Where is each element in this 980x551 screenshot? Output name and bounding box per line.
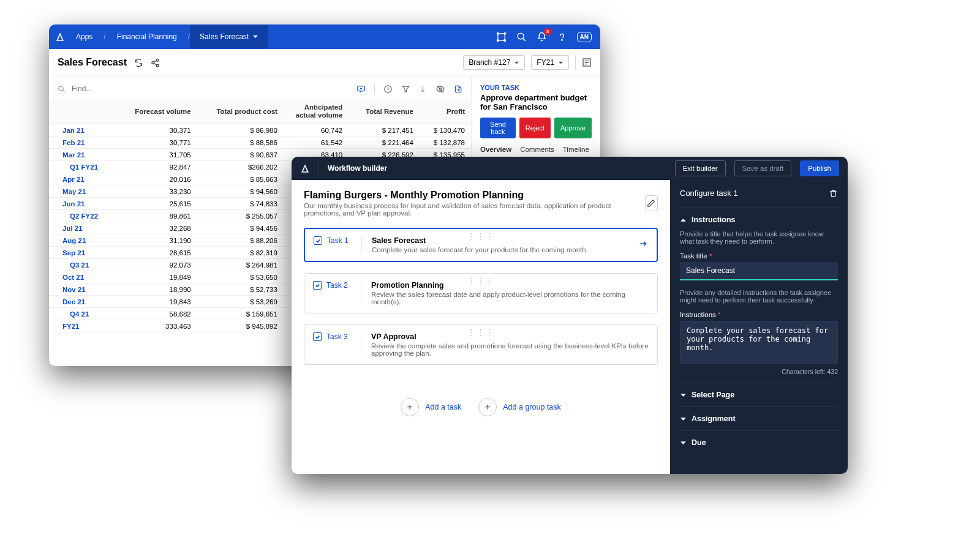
branch-dropdown[interactable]: Branch #127 [463, 55, 525, 70]
cell[interactable]: $ 53,650 [197, 271, 284, 283]
delete-task-button[interactable] [829, 189, 838, 198]
cell[interactable]: $266,202 [197, 161, 284, 173]
row-period[interactable]: Feb 21 [49, 137, 116, 149]
section-assignment-toggle[interactable]: Assignment [680, 414, 838, 423]
cell[interactable]: $ 82,319 [197, 247, 284, 259]
cell[interactable]: 58,682 [116, 308, 197, 320]
drag-handle-icon[interactable]: ⋮⋮⋮ [467, 328, 495, 337]
cell[interactable]: $ 74,833 [197, 198, 284, 210]
cell[interactable]: $ 159,651 [197, 308, 284, 320]
section-due-toggle[interactable]: Due [680, 438, 838, 447]
cell[interactable]: $ 88,206 [197, 234, 284, 247]
task-card[interactable]: ⋮⋮⋮ Task 3 VP ApprovalReview the complet… [304, 324, 658, 365]
tab-timeline[interactable]: Timeline [563, 146, 589, 158]
cell[interactable]: $ 217,451 [349, 124, 420, 137]
row-period[interactable]: Nov 21 [49, 283, 116, 296]
row-period[interactable]: Dec 21 [49, 296, 116, 308]
cell[interactable]: 92,847 [116, 161, 197, 173]
task-card[interactable]: ⋮⋮⋮ Task 1 Sales ForecastComplete your s… [304, 228, 658, 262]
tab-overview[interactable]: Overview [480, 146, 511, 158]
cell[interactable]: 31,705 [116, 149, 197, 161]
sort-icon[interactable] [419, 84, 427, 94]
cell[interactable]: 61,542 [284, 137, 349, 149]
row-period[interactable]: Aug 21 [49, 234, 116, 247]
add-group-task-button[interactable]: +Add a group task [478, 398, 561, 416]
search-icon[interactable] [516, 32, 527, 42]
add-task-button[interactable]: +Add a task [401, 398, 461, 416]
refresh-icon[interactable] [134, 58, 143, 67]
cell[interactable]: 33,230 [116, 186, 197, 198]
cell[interactable]: $ 132,878 [420, 137, 471, 149]
cell[interactable]: 92,073 [116, 259, 197, 271]
help-icon[interactable] [557, 32, 567, 42]
cell[interactable]: 31,190 [116, 234, 197, 247]
approve-button[interactable]: Approve [554, 118, 592, 138]
cell[interactable]: 32,268 [116, 222, 197, 234]
cell[interactable]: 18,990 [116, 283, 197, 296]
row-period[interactable]: Jan 21 [49, 124, 116, 137]
cell[interactable]: $ 945,892 [197, 320, 284, 332]
cell[interactable]: 19,843 [116, 296, 197, 308]
cell[interactable]: $ 52,733 [197, 283, 284, 296]
export-icon[interactable] [454, 84, 462, 94]
row-period[interactable]: May 21 [49, 186, 116, 198]
exit-builder-button[interactable]: Exit builder [675, 160, 726, 176]
year-dropdown[interactable]: FY21 [531, 55, 569, 70]
row-period[interactable]: Q2 FY22 [49, 210, 116, 222]
drag-handle-icon[interactable]: ⋮⋮⋮ [467, 231, 495, 241]
list-icon[interactable] [582, 58, 592, 67]
task-title-input[interactable] [680, 262, 838, 280]
publish-button[interactable]: Publish [800, 160, 839, 176]
cell[interactable]: $ 85,663 [197, 173, 284, 186]
row-period[interactable]: Apr 21 [49, 173, 116, 186]
history-icon[interactable] [383, 84, 393, 94]
filter-icon[interactable] [401, 84, 410, 94]
cell[interactable]: 19,849 [116, 271, 197, 283]
cell[interactable]: $ 53,269 [197, 296, 284, 308]
cell[interactable]: $ 90,637 [197, 149, 284, 161]
breadcrumb-financial-planning[interactable]: Financial Planning [117, 32, 177, 41]
cell[interactable]: 30,771 [116, 137, 197, 149]
cell[interactable]: 333,463 [116, 320, 197, 332]
find-input[interactable] [72, 84, 350, 93]
cell[interactable]: $ 221,464 [349, 137, 420, 149]
row-period[interactable]: FY21 [49, 320, 116, 332]
cell[interactable]: 89,861 [116, 210, 197, 222]
avatar[interactable]: AN [577, 32, 592, 42]
cell[interactable]: $ 130,470 [420, 124, 471, 137]
edit-title-button[interactable] [645, 195, 658, 211]
send-back-button[interactable]: Send back [480, 118, 516, 138]
breadcrumb-apps[interactable]: Apps [76, 32, 92, 41]
row-period[interactable]: Q4 21 [49, 308, 116, 320]
cell[interactable]: 30,371 [116, 124, 197, 137]
share-icon[interactable] [151, 58, 160, 67]
save-draft-button[interactable]: Save as draft [734, 160, 792, 176]
row-period[interactable]: Jun 21 [49, 198, 116, 210]
hide-icon[interactable] [435, 84, 445, 94]
drag-handle-icon[interactable]: ⋮⋮⋮ [467, 276, 495, 285]
row-period[interactable]: Q1 FY21 [49, 161, 116, 173]
cell[interactable]: 25,615 [116, 198, 197, 210]
notifications-icon[interactable]: 8 [537, 32, 547, 42]
breadcrumb-active-tab[interactable]: Sales Forecast [190, 25, 268, 48]
section-select-page-toggle[interactable]: Select Page [680, 391, 838, 399]
tab-comments[interactable]: Comments [520, 146, 554, 158]
cell[interactable]: 20,016 [116, 173, 197, 186]
row-period[interactable]: Jul 21 [49, 222, 116, 234]
instructions-textarea[interactable] [680, 321, 838, 364]
cell[interactable]: 28,615 [116, 247, 197, 259]
row-period[interactable]: Mar 21 [49, 149, 116, 161]
cell[interactable]: $ 264,981 [197, 259, 284, 271]
cell[interactable]: $ 88,586 [197, 137, 284, 149]
row-period[interactable]: Oct 21 [49, 271, 116, 283]
cell[interactable]: $ 94,456 [197, 222, 284, 234]
comment-add-icon[interactable] [356, 84, 366, 94]
section-instructions-toggle[interactable]: Instructions [680, 216, 838, 224]
cell[interactable]: $ 94,560 [197, 186, 284, 198]
cell[interactable]: $ 255,057 [197, 210, 284, 222]
cell[interactable]: $ 86,980 [197, 124, 284, 137]
task-card[interactable]: ⋮⋮⋮ Task 2 Promotion PlanningReview the … [304, 273, 658, 313]
row-period[interactable]: Sep 21 [49, 247, 116, 259]
reject-button[interactable]: Reject [519, 118, 551, 138]
row-period[interactable]: Q3 21 [49, 259, 116, 271]
